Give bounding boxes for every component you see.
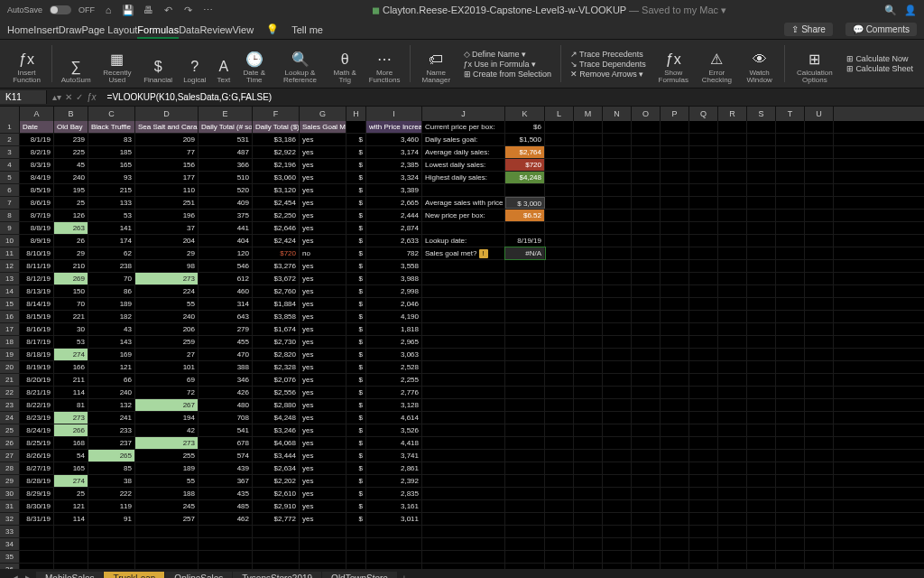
cell-goal-met[interactable]: yes [300,513,346,525]
cell-total-dollar[interactable]: $2,076 [253,374,300,386]
cell-total-dollar[interactable]: $2,202 [253,475,300,487]
cell[interactable] [632,551,661,563]
cell[interactable] [747,361,776,373]
cell[interactable] [505,323,545,335]
cell[interactable] [747,172,776,183]
add-sheet[interactable]: + [398,573,411,579]
cell[interactable] [632,336,661,348]
cell[interactable] [805,134,834,145]
cell-price-increase[interactable]: 2,385 [366,159,422,171]
cell[interactable] [776,387,805,398]
row-header[interactable]: 34 [0,538,20,550]
cell[interactable] [603,134,632,145]
cell-date[interactable]: 8/13/19 [20,285,54,297]
cell[interactable] [199,551,253,563]
cell-total-sold[interactable]: 367 [199,475,253,487]
cell-total-sold[interactable]: 439 [199,462,253,474]
cell-oldbay[interactable]: 121 [54,500,88,512]
calc-options[interactable]: ⊞Calculation Options [790,42,839,86]
col-header-B[interactable]: B [54,107,88,121]
cell[interactable] [776,361,805,373]
cell[interactable] [545,387,574,398]
cell[interactable] [776,450,805,461]
cell-total-dollar[interactable]: $2,910 [253,500,300,512]
cell[interactable] [20,564,54,569]
cell[interactable] [805,450,834,461]
cell[interactable] [632,260,661,272]
cell-caramel[interactable]: 255 [135,450,199,461]
cell-total-sold[interactable]: 426 [199,387,253,398]
calc-sheet[interactable]: ⊞ Calculate Sheet [846,64,913,73]
cell[interactable] [776,260,805,272]
cell[interactable] [689,538,718,550]
cell[interactable]: $ [346,159,366,171]
cell[interactable] [718,197,747,209]
cell[interactable] [747,349,776,360]
cell-oldbay[interactable]: 45 [54,159,88,171]
cell[interactable] [632,564,661,569]
cell-total-dollar[interactable]: $720 [253,247,300,259]
cell[interactable] [805,475,834,487]
summary-value[interactable]: #N/A [505,247,545,259]
cell-total-dollar[interactable]: $3,060 [253,172,300,183]
row-header[interactable]: 30 [0,488,20,499]
cell[interactable] [574,298,603,310]
cell-total-sold[interactable]: 279 [199,323,253,335]
cell[interactable] [505,424,545,436]
cell[interactable] [747,488,776,499]
cell[interactable] [776,159,805,171]
cell-total-dollar[interactable]: $2,760 [253,285,300,297]
cell[interactable] [776,285,805,297]
cell[interactable] [776,197,805,209]
cell[interactable] [689,462,718,474]
cell[interactable] [747,197,776,209]
cell[interactable] [747,273,776,284]
cell-truffle[interactable]: 62 [88,247,135,259]
cell-total-dollar[interactable]: $2,772 [253,513,300,525]
row-header[interactable]: 22 [0,387,20,398]
cell[interactable] [574,475,603,487]
cell-goal-met[interactable]: yes [300,387,346,398]
cell-date[interactable]: 8/2/19 [20,146,54,158]
cell[interactable] [776,273,805,284]
cell[interactable] [805,146,834,158]
cell[interactable] [747,235,776,247]
cell[interactable] [199,564,253,569]
cell[interactable] [603,222,632,234]
tab-review[interactable]: Review [199,23,232,37]
cell[interactable] [718,500,747,512]
cell[interactable] [805,336,834,348]
cell[interactable] [718,184,747,196]
cell[interactable] [366,538,422,550]
cell-date[interactable]: 8/12/19 [20,273,54,284]
cell-date[interactable]: 8/17/19 [20,336,54,348]
cell-oldbay[interactable]: 266 [54,424,88,436]
row-header[interactable]: 11 [0,247,20,259]
row-header[interactable]: 24 [0,412,20,424]
summary-label[interactable]: Lowest daily sales: [422,159,505,171]
cell-oldbay[interactable]: 29 [54,247,88,259]
cell[interactable] [747,336,776,348]
col-header-T[interactable]: T [776,107,805,121]
summary-label[interactable]: Daily sales goal: [422,134,505,145]
cell-truffle[interactable]: 215 [88,184,135,196]
cell[interactable] [603,235,632,247]
cell-total-dollar[interactable]: $2,454 [253,197,300,209]
cell[interactable] [505,298,545,310]
cell-total-dollar[interactable]: $2,328 [253,361,300,373]
row-header[interactable]: 3 [0,146,20,158]
cell[interactable] [689,222,718,234]
col-header-O[interactable]: O [632,107,661,121]
cell[interactable] [661,538,689,550]
cell[interactable] [805,374,834,386]
cell[interactable] [574,361,603,373]
cell[interactable] [689,210,718,221]
cell-date[interactable]: 8/30/19 [20,500,54,512]
tab-home[interactable]: Home [7,23,33,37]
cell[interactable] [545,172,574,183]
cell[interactable] [689,424,718,436]
cell-oldbay[interactable]: 168 [54,437,88,449]
cell[interactable] [603,260,632,272]
cell-total-sold[interactable]: 485 [199,500,253,512]
cell-goal-met[interactable]: yes [300,273,346,284]
